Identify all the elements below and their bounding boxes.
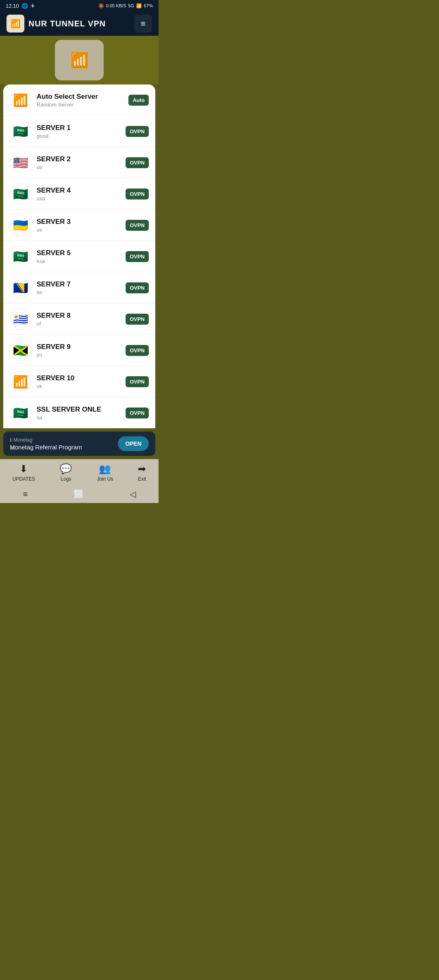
globe-icon: 🌐 xyxy=(22,3,28,9)
server-name: SSL SERVER ONLE xyxy=(37,405,126,414)
ad-open-button[interactable]: OPEN xyxy=(118,436,149,451)
server-item-auto[interactable]: 📶Auto Select ServerRandom ServerAuto xyxy=(3,85,155,116)
server-item-server7[interactable]: 🇧🇦SERVER 7bnOVPN xyxy=(3,272,155,304)
nav-item-exit[interactable]: ➡Exit xyxy=(138,463,146,482)
server-sub: Random Server xyxy=(37,102,128,108)
server-name: SERVER 1 xyxy=(37,124,126,132)
server-info: SERVER 8uf xyxy=(37,312,126,327)
server-item-server9[interactable]: 🇯🇲SERVER 9jmOVPN xyxy=(3,335,155,366)
exit-label: Exit xyxy=(138,476,146,482)
server-item-server5[interactable]: 🇸🇦SERVER 5ksaOVPN xyxy=(3,241,155,272)
server-item-server1[interactable]: 🇸🇦SERVER 1goodOVPN xyxy=(3,116,155,147)
server-name: SERVER 7 xyxy=(37,280,126,288)
server-info: SERVER 5ksa xyxy=(37,249,126,264)
exit-icon: ➡ xyxy=(138,463,146,475)
flag-bn: 🇧🇦 xyxy=(10,277,31,298)
server-info: SERVER 7bn xyxy=(37,280,126,295)
server-item-server4[interactable]: 🇸🇦SERVER 4usaOVPN xyxy=(3,178,155,210)
vpn-logo: 📶 xyxy=(55,40,104,80)
server-name: SERVER 3 xyxy=(37,218,126,226)
server-badge: OVPN xyxy=(126,251,149,262)
server-badge: OVPN xyxy=(126,220,149,231)
server-name: SERVER 5 xyxy=(37,249,126,257)
server-badge: OVPN xyxy=(126,126,149,137)
server-badge: OVPN xyxy=(126,157,149,168)
flag-ua: 🇺🇦 xyxy=(10,215,31,236)
time: 12:10 xyxy=(6,3,19,9)
system-menu-button[interactable]: ≡ xyxy=(23,490,28,499)
server-sub: ksa xyxy=(37,258,126,264)
server-list-modal: 📶Auto Select ServerRandom ServerAuto🇸🇦SE… xyxy=(3,85,155,428)
flag-us: 🇺🇸 xyxy=(10,152,31,173)
ad-banner: ℹ Monetag Monetag Referral Program OPEN … xyxy=(3,431,155,456)
flag-auto: 📶 xyxy=(10,371,31,392)
status-bar: 12:10 🌐 ✈ 🔕 0.05 KB/S 5G 📶 67% xyxy=(0,0,159,11)
system-nav: ≡ ⬜ ◁ xyxy=(0,485,159,503)
server-badge: OVPN xyxy=(126,345,149,356)
joinus-icon: 👥 xyxy=(99,463,111,475)
server-sub: usa xyxy=(37,195,126,202)
app-title: NUR TUNNEL VPN xyxy=(28,19,106,28)
server-name: SERVER 9 xyxy=(37,343,126,351)
ad-info: ℹ Monetag Monetag Referral Program xyxy=(10,437,118,451)
server-item-server10[interactable]: 📶SERVER 10ukOVPN xyxy=(3,366,155,397)
flag-sa: 🇸🇦 xyxy=(10,246,31,267)
server-badge: OVPN xyxy=(126,314,149,325)
server-info: SERVER 3us xyxy=(37,218,126,233)
updates-label: UPDATES xyxy=(13,476,35,482)
server-sub: us xyxy=(37,227,126,233)
server-item-server3[interactable]: 🇺🇦SERVER 3usOVPN xyxy=(3,210,155,241)
status-left: 12:10 🌐 ✈ xyxy=(6,3,35,9)
menu-button[interactable]: ≡ xyxy=(134,15,152,33)
nav-item-updates[interactable]: ⬇UPDATES xyxy=(13,463,35,482)
server-item-server8[interactable]: 🇺🇾SERVER 8ufOVPN xyxy=(3,304,155,335)
bg-content: 📶 xyxy=(0,36,159,85)
system-home-button[interactable]: ⬜ xyxy=(74,489,84,499)
signal-icon: 📶 xyxy=(136,3,142,9)
server-badge: OVPN xyxy=(126,282,149,293)
server-info: SERVER 4usa xyxy=(37,186,126,202)
server-name: Auto Select Server xyxy=(37,93,128,101)
server-name: SERVER 8 xyxy=(37,312,126,320)
server-info: SERVER 2us xyxy=(37,155,126,170)
server-badge: OVPN xyxy=(126,189,149,199)
flag-auto: 📶 xyxy=(10,89,31,111)
flag-sa: 🇸🇦 xyxy=(10,121,31,142)
ad-title: Monetag Referral Program xyxy=(10,444,118,451)
server-sub: jm xyxy=(37,352,126,358)
network-icon: 5G xyxy=(128,3,134,8)
logs-label: Logs xyxy=(61,476,71,482)
server-badge: Auto xyxy=(128,95,149,106)
flag-jm: 🇯🇲 xyxy=(10,340,31,361)
server-sub: good xyxy=(37,133,126,139)
header-left: 📶 NUR TUNNEL VPN xyxy=(7,15,106,33)
server-sub: uf xyxy=(37,321,126,327)
server-item-server2[interactable]: 🇺🇸SERVER 2usOVPN xyxy=(3,147,155,178)
hamburger-icon: ≡ xyxy=(141,19,146,28)
joinus-label: Join Us xyxy=(97,476,113,482)
system-back-button[interactable]: ◁ xyxy=(130,489,136,499)
nav-item-joinus[interactable]: 👥Join Us xyxy=(97,463,113,482)
header: 📶 NUR TUNNEL VPN ≡ xyxy=(0,11,159,36)
bottom-nav: ⬇UPDATES💬Logs👥Join Us➡Exit xyxy=(0,459,159,485)
info-icon: ℹ xyxy=(10,437,12,443)
battery: 67% xyxy=(144,3,153,8)
ad-close-button[interactable]: ✕ xyxy=(10,444,16,453)
status-right: 🔕 0.05 KB/S 5G 📶 67% xyxy=(98,3,153,9)
server-sub: uk xyxy=(37,383,126,389)
mute-icon: 🔕 xyxy=(98,3,104,9)
server-item-ssl[interactable]: 🇸🇦SSL SERVER ONLEsaOVPN xyxy=(3,397,155,428)
flag-sa: 🇸🇦 xyxy=(10,402,31,423)
data-speed: 0.05 KB/S xyxy=(106,3,126,8)
updates-icon: ⬇ xyxy=(20,463,28,475)
nav-item-logs[interactable]: 💬Logs xyxy=(60,463,72,482)
flag-sa: 🇸🇦 xyxy=(10,183,31,204)
server-sub: sa xyxy=(37,414,126,421)
flag-uf: 🇺🇾 xyxy=(10,308,31,330)
server-info: SERVER 9jm xyxy=(37,343,126,358)
send-icon: ✈ xyxy=(30,3,35,9)
server-info: SERVER 10uk xyxy=(37,374,126,389)
server-name: SERVER 2 xyxy=(37,155,126,163)
server-info: SERVER 1good xyxy=(37,124,126,139)
logs-icon: 💬 xyxy=(60,463,72,475)
